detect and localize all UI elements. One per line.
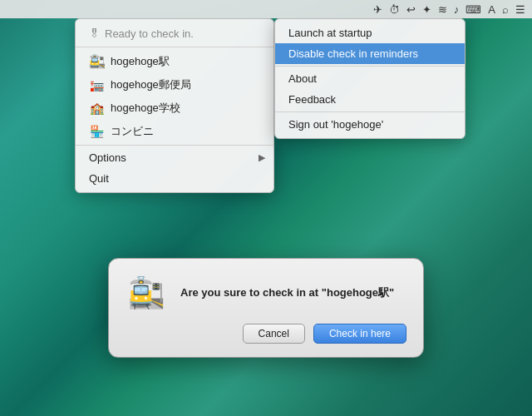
menu-divider-1 <box>76 47 273 47</box>
feedback-label: Feedback <box>288 93 336 106</box>
station-label: hogehoge駅 <box>111 54 170 69</box>
submenu-item-signout[interactable]: Sign out 'hogehoge' <box>275 114 465 135</box>
location-icon[interactable]: ✈ <box>373 3 382 16</box>
conbini-icon: 🏪 <box>89 125 104 138</box>
text-icon[interactable]: A <box>488 3 495 16</box>
quit-label: Quit <box>89 172 109 185</box>
menu-header: 🎖 Ready to check in. <box>76 22 273 45</box>
signout-label: Sign out 'hogehoge' <box>288 118 383 131</box>
dialog-text: Are you sure to check in at "hogehoge駅" <box>180 285 394 300</box>
header-text: Ready to check in. <box>105 27 194 40</box>
menu-item-school[interactable]: 🏫 hogehoge学校 <box>76 97 273 120</box>
bluetooth-icon[interactable]: ✦ <box>422 3 431 16</box>
dialog: 🚉 Are you sure to check in at "hogehoge駅… <box>108 258 424 358</box>
menu-icon[interactable]: ☰ <box>515 3 525 16</box>
submenu-item-disable[interactable]: Disable check in reminders <box>275 43 465 64</box>
menu-divider-2 <box>76 145 273 146</box>
post-icon: 🏣 <box>89 78 104 92</box>
wifi-icon[interactable]: ≋ <box>438 3 447 16</box>
submenu: Launch at startup Disable check in remin… <box>274 18 466 139</box>
submenu-divider-1 <box>275 66 465 67</box>
check-in-button[interactable]: Check in here <box>313 324 406 344</box>
menubar: ✈ ⏱ ↩ ✦ ≋ ♪ ⌨ A ⌕ ☰ <box>0 0 532 18</box>
options-label: Options <box>89 151 126 164</box>
disable-label: Disable check in reminders <box>288 47 418 60</box>
submenu-divider-2 <box>275 111 465 112</box>
post-label: hogehoge郵便局 <box>111 77 191 92</box>
conbini-label: コンビニ <box>111 124 154 139</box>
search-icon[interactable]: ⌕ <box>502 3 509 16</box>
dialog-buttons: Cancel Check in here <box>126 324 406 344</box>
main-menu: 🎖 Ready to check in. 🚉 hogehoge駅 🏣 hogeh… <box>75 18 274 193</box>
header-icon: 🎖 <box>89 27 100 40</box>
about-label: About <box>288 72 317 85</box>
dialog-icon: 🚉 <box>126 275 167 310</box>
submenu-item-feedback[interactable]: Feedback <box>275 89 465 110</box>
volume-icon[interactable]: ♪ <box>454 3 460 16</box>
clock-icon[interactable]: ⏱ <box>389 3 400 16</box>
submenu-item-about[interactable]: About <box>275 68 465 89</box>
dialog-content: 🚉 Are you sure to check in at "hogehoge駅… <box>126 275 406 310</box>
menu-item-post[interactable]: 🏣 hogehoge郵便局 <box>76 73 273 97</box>
submenu-item-launch[interactable]: Launch at startup <box>275 22 465 43</box>
back-icon[interactable]: ↩ <box>406 3 416 16</box>
options-item[interactable]: Options ▶ <box>76 147 273 168</box>
cancel-button[interactable]: Cancel <box>243 324 305 344</box>
school-label: hogehoge学校 <box>111 101 180 116</box>
keyboard-icon[interactable]: ⌨ <box>466 3 481 16</box>
menu-item-conbini[interactable]: 🏪 コンビニ <box>76 120 273 143</box>
options-arrow-icon: ▶ <box>259 152 265 163</box>
launch-label: Launch at startup <box>288 27 372 39</box>
station-icon: 🚉 <box>89 53 104 69</box>
menu-item-station[interactable]: 🚉 hogehoge駅 <box>76 49 273 73</box>
school-icon: 🏫 <box>89 102 104 115</box>
quit-item[interactable]: Quit <box>76 168 273 189</box>
